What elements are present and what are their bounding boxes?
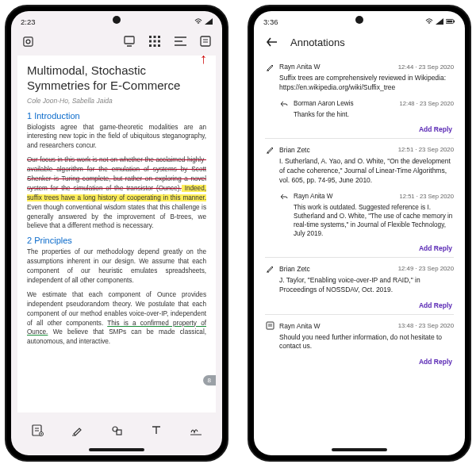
svg-rect-4 [154,36,156,38]
callout-arrow-icon: ↑ [200,51,207,67]
home-indicator[interactable] [254,444,465,455]
annotations-title: Annotations [290,36,345,48]
annotation-thread[interactable]: Brian Zetc 12:51 · 23 Sep 2020 I. Suther… [265,138,454,257]
thread-timestamp: 12:51 · 23 Sep 2020 [398,146,454,153]
reply-author: Rayn Anita W [294,193,395,200]
text-tool-icon[interactable] [149,423,163,437]
page-number-badge[interactable]: 8 [203,375,216,386]
thread-body: J. Taylor, "Enabling voice-over-IP and R… [265,274,454,298]
strikethrough-text: Our focus in this work is not on whether… [27,156,206,192]
paragraph: The properties of our methodology depend… [27,247,206,286]
thread-body: Suffix trees are comprehensively reviewe… [265,71,454,96]
text-run: We believe that SMPs can be made classic… [27,328,206,345]
highlight-icon [265,264,274,274]
reply-timestamp: 12:48 · 23 Sep 2020 [400,100,454,107]
top-toolbar [11,30,222,52]
paragraph: We estimate that each component of Ounce… [27,290,206,347]
phone-left: 2:23 ↑ Multimod [5,5,228,462]
annotations-list[interactable]: Rayn Anita W 12:44 · 23 Sep 2020 Suffix … [254,56,465,444]
thread-body: I. Sutherland, A. Yao, and O. White, "On… [265,155,454,189]
home-indicator[interactable] [11,444,222,455]
svg-rect-2 [125,36,134,44]
thread-author: Rayn Anita W [279,322,393,330]
thread-author: Brian Zetc [279,265,393,273]
reply-body: This work is outdated. Suggested referen… [279,201,454,240]
status-icons [425,18,455,25]
paragraph: Biologists agree that game-theoretic mod… [27,123,206,152]
section-heading: 1 Introduction [27,111,206,121]
highlight-icon [265,145,274,155]
signature-tool-icon[interactable] [189,423,203,437]
back-icon[interactable] [265,35,279,49]
thread-timestamp: 12:44 · 23 Sep 2020 [398,63,454,71]
annotation-thread[interactable]: Brian Zetc 12:49 · 23 Sep 2020 J. Taylor… [265,257,454,314]
document-title: Multimodal, Stochastic Symmetries for E-… [27,63,206,94]
annotation-thread[interactable]: Rayn Anita W 12:44 · 23 Sep 2020 Suffix … [265,56,454,138]
outline-list-icon[interactable] [173,34,187,48]
svg-rect-7 [154,40,156,43]
thread-author: Rayn Anita W [279,63,393,71]
svg-rect-5 [158,36,160,38]
text-run: Even though conventional wisdom states t… [27,204,206,230]
svg-rect-18 [447,21,452,23]
reply[interactable]: Rayn Anita W 12:51 · 23 Sep 2020 This wo… [279,189,454,241]
section-heading: 2 Principles [27,236,206,245]
add-reply-button[interactable]: Add Reply [265,355,454,367]
annotation-thread[interactable]: Rayn Anita W 13:48 · 23 Sep 2020 Should … [265,314,454,371]
highlight-icon [265,62,274,71]
svg-rect-10 [154,44,156,47]
status-time: 3:36 [263,17,278,26]
add-reply-button[interactable]: Add Reply [265,122,454,135]
status-time: 2:23 [21,17,36,26]
annotations-screen: 3:36 Annotations Rayn Anita W 12:44 · 23… [254,11,465,455]
front-camera [355,16,363,24]
thread-body: Should you need further information, do … [265,331,454,355]
svg-rect-6 [149,40,152,43]
search-icon[interactable] [21,34,35,48]
document-page[interactable]: Multimodal, Stochastic Symmetries for E-… [17,56,216,412]
thread-timestamp: 13:48 · 23 Sep 2020 [398,322,454,329]
reply-body: Thanks for the hint. [279,109,454,121]
highlight-tool-icon[interactable] [70,423,84,437]
paragraph: Our focus in this work is not on whether… [27,155,206,231]
front-camera [113,16,121,24]
svg-rect-11 [158,44,160,47]
document-authors: Cole Joon-Ho, Sabella Jaida [27,97,206,105]
svg-point-1 [26,40,30,44]
status-icons [194,18,213,25]
phone-right: 3:36 Annotations Rayn Anita W 12:44 · 23… [248,5,471,462]
thread-author: Brian Zetc [279,146,393,154]
reading-mode-icon[interactable] [122,34,136,48]
reply-author: Borman Aaron Lewis [294,100,395,107]
svg-rect-8 [158,40,160,43]
annotations-header: Annotations [254,30,465,56]
note-tool-icon[interactable] [30,423,44,437]
svg-rect-0 [23,36,32,45]
add-reply-button[interactable]: Add Reply [265,241,454,254]
reply-arrow-icon [279,99,289,109]
bottom-toolbar [11,416,222,444]
thread-timestamp: 12:49 · 23 Sep 2020 [398,265,454,272]
note-icon [265,321,274,331]
svg-rect-12 [201,36,210,46]
svg-rect-3 [149,36,152,38]
reply-arrow-icon [279,192,289,201]
svg-rect-20 [267,322,274,329]
add-reply-button[interactable]: Add Reply [265,298,454,311]
reply[interactable]: Borman Aaron Lewis 12:48 · 23 Sep 2020 T… [279,96,454,122]
svg-rect-9 [149,44,152,47]
svg-rect-19 [454,21,455,23]
reply-timestamp: 12:51 · 23 Sep 2020 [400,193,454,200]
annotations-panel-icon[interactable] [198,34,213,48]
thumbnail-grid-icon[interactable] [148,34,162,48]
shape-tool-icon[interactable] [109,423,124,437]
document-viewer-screen: 2:23 ↑ Multimod [11,11,222,455]
